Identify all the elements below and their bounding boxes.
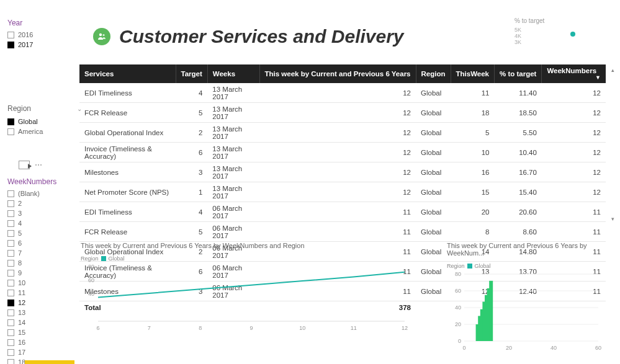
table-cell: 16.70 <box>494 162 541 182</box>
checkbox-icon[interactable] <box>7 128 14 135</box>
table-cell: 4 <box>176 202 207 222</box>
line-chart-legend: Region Global <box>81 255 428 262</box>
table-row[interactable]: Global Operational Index213 March 201712… <box>79 123 606 143</box>
svg-text:12: 12 <box>402 325 408 331</box>
column-header[interactable]: This week by Current and Previous 6 Year… <box>259 64 416 83</box>
line-chart[interactable]: This week by Current and Previous 6 Year… <box>81 242 428 334</box>
table-cell: 10.40 <box>494 143 541 162</box>
slicer-item[interactable]: 15 <box>7 329 82 336</box>
svg-text:0: 0 <box>458 338 461 344</box>
table-cell: 12 <box>542 162 606 182</box>
checkbox-icon[interactable] <box>7 270 14 277</box>
checkbox-icon[interactable] <box>7 359 14 365</box>
table-cell: 5.50 <box>494 123 541 143</box>
checkbox-icon[interactable] <box>7 210 14 217</box>
slicer-item[interactable]: America <box>7 128 82 135</box>
checkbox-icon[interactable] <box>7 200 14 207</box>
slicer-item-label: 2 <box>18 200 22 207</box>
slicer-item[interactable]: 10 <box>7 279 82 286</box>
checkbox-icon[interactable] <box>7 32 14 38</box>
slicer-item[interactable]: 9 <box>7 269 82 277</box>
svg-text:20: 20 <box>455 321 461 327</box>
scroll-down-icon[interactable]: ▾ <box>611 216 614 222</box>
scroll-up-icon[interactable]: ▴ <box>611 67 614 73</box>
table-cell: 2 <box>176 123 207 143</box>
table-row[interactable]: FCR Release513 March 201712Global1818.50… <box>79 103 606 123</box>
slicer-item[interactable]: 7 <box>7 249 82 257</box>
checkbox-icon[interactable] <box>7 42 14 48</box>
table-cell: 12 <box>259 103 416 123</box>
svg-text:60: 60 <box>455 288 461 294</box>
page-tab-indicator[interactable] <box>25 360 74 364</box>
table-cell: 12 <box>542 143 606 162</box>
region-slicer: Region ⌄ GlobalAmerica <box>7 104 82 138</box>
slicer-item[interactable]: 12 <box>7 299 82 306</box>
checkbox-icon[interactable] <box>7 260 14 267</box>
table-cell: 4 <box>176 83 207 103</box>
column-header[interactable]: % to target <box>494 64 541 83</box>
checkbox-icon[interactable] <box>7 319 14 326</box>
slicer-item[interactable]: (Blank) <box>7 190 82 197</box>
table-row[interactable]: FCR Release506 March 201711Global88.6011 <box>79 222 606 242</box>
column-header[interactable]: WeekNumbers▼ <box>542 64 606 83</box>
checkbox-icon[interactable] <box>7 250 14 257</box>
slicer-item[interactable]: 14 <box>7 319 82 326</box>
checkbox-icon[interactable] <box>7 339 14 346</box>
slicer-item[interactable]: 16 <box>7 339 82 346</box>
table-row[interactable]: Invoice (Timeliness & Accuracy)613 March… <box>79 143 606 162</box>
column-header[interactable]: Target <box>176 64 207 83</box>
checkbox-icon[interactable] <box>7 220 14 227</box>
checkbox-icon[interactable] <box>7 230 14 237</box>
table-row[interactable]: Net Promoter Score (NPS)113 March 201712… <box>79 182 606 202</box>
region-slicer-title: Region <box>7 104 31 113</box>
slicer-item-label: 7 <box>18 249 22 257</box>
column-header[interactable]: Region <box>416 64 451 83</box>
report-header: Customer Services and Delivery <box>93 26 404 47</box>
slicer-item[interactable]: 4 <box>7 220 82 227</box>
checkbox-icon[interactable] <box>7 329 14 336</box>
table-header-row[interactable]: ServicesTargetWeeksThis week by Current … <box>79 64 606 83</box>
table-cell: 13 March 2017 <box>207 143 259 162</box>
table-cell: Global <box>416 143 451 162</box>
checkbox-icon[interactable] <box>7 190 14 197</box>
slicer-item[interactable]: 2017 <box>7 41 70 48</box>
sort-desc-icon[interactable]: ▼ <box>595 74 601 81</box>
year-slicer: Year 20162017 <box>7 19 70 51</box>
slicer-item-label: 16 <box>18 339 25 346</box>
table-row[interactable]: EDI Timeliness406 March 201711Global2020… <box>79 202 606 222</box>
column-header[interactable]: Weeks <box>207 64 259 83</box>
bar-chart[interactable]: This week by Current and Previous 6 Year… <box>447 242 608 354</box>
slicer-item-label: 4 <box>18 220 22 227</box>
table-row[interactable]: Milestones313 March 201712Global1616.701… <box>79 162 606 182</box>
checkbox-icon[interactable] <box>7 118 14 125</box>
slicer-item[interactable]: 2016 <box>7 31 70 38</box>
slicer-item[interactable]: 13 <box>7 309 82 316</box>
slicer-item[interactable]: 2 <box>7 200 82 207</box>
slicer-item[interactable]: 3 <box>7 210 82 217</box>
kpi-card: % to target 5K 4K 3K <box>514 17 601 45</box>
slicer-item[interactable]: Global <box>7 118 82 125</box>
checkbox-icon[interactable] <box>7 290 14 296</box>
checkbox-icon[interactable] <box>7 280 14 286</box>
slicer-item[interactable]: 17 <box>7 348 82 356</box>
checkbox-icon[interactable] <box>7 300 14 306</box>
slicer-item[interactable]: 5 <box>7 229 82 237</box>
table-cell: 12 <box>542 83 606 103</box>
table-cell: Milestones <box>79 162 176 182</box>
slicer-item[interactable]: 11 <box>7 289 82 296</box>
checkbox-icon[interactable] <box>7 309 14 316</box>
table-cell: 11 <box>259 222 416 242</box>
checkbox-icon[interactable] <box>7 349 14 356</box>
slicer-item[interactable]: 6 <box>7 239 82 247</box>
table-cell: 3 <box>176 162 207 182</box>
column-header[interactable]: Services <box>79 64 176 83</box>
column-header[interactable]: ThisWeek <box>451 64 494 83</box>
table-row[interactable]: EDI Timeliness413 March 201712Global1111… <box>79 83 606 103</box>
more-options-icon[interactable]: ⋯ <box>35 161 43 169</box>
svg-text:6: 6 <box>96 325 99 331</box>
table-cell: 12 <box>542 103 606 123</box>
weeknumbers-slicer-title: WeekNumbers <box>7 177 82 186</box>
focus-mode-icon[interactable] <box>19 161 30 169</box>
slicer-item[interactable]: 8 <box>7 259 82 267</box>
checkbox-icon[interactable] <box>7 240 14 247</box>
